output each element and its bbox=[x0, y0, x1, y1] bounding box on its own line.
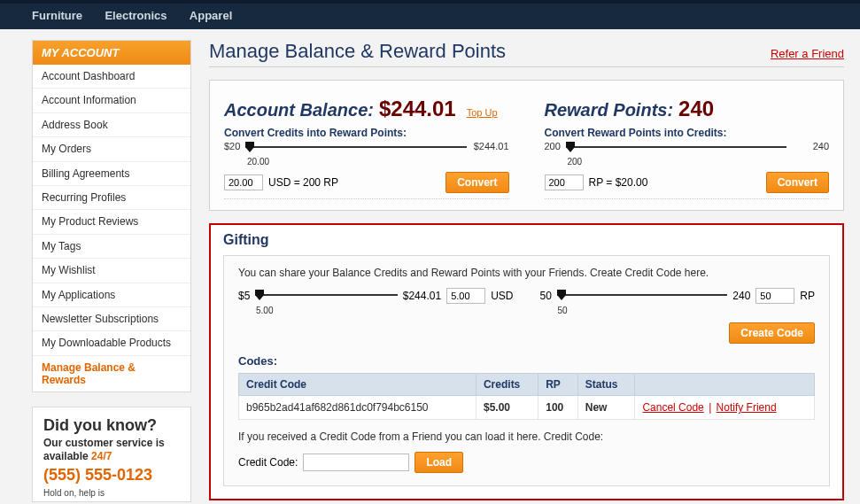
gifting-title: Gifting bbox=[223, 232, 830, 248]
table-row: b965b2ad41af682d861dc0f794bc6150 $5.00 1… bbox=[239, 396, 815, 420]
did-you-know-box: Did you know? Our customer service is av… bbox=[32, 407, 191, 502]
gift-usd-thumb[interactable] bbox=[255, 290, 264, 300]
balance-label: Account Balance: bbox=[224, 100, 374, 120]
codes-heading: Codes: bbox=[238, 354, 815, 368]
dyk-hold: Hold on, help is bbox=[43, 488, 180, 498]
convert-credits-label: Convert Credits into Reward Points: bbox=[224, 127, 509, 139]
cell-actions: Cancel Code | Notify Friend bbox=[635, 396, 815, 420]
load-label: Credit Code: bbox=[238, 456, 298, 469]
gift-rp-input[interactable] bbox=[755, 288, 794, 304]
codes-table: Credit Code Credits RP Status b965b2ad41… bbox=[238, 373, 815, 420]
reward-points-col: Reward Points: 240 Convert Reward Points… bbox=[545, 97, 830, 199]
dyk-phone: (555) 555-0123 bbox=[43, 466, 180, 485]
sidebar-item-recurring-profiles[interactable]: Recurring Profiles bbox=[33, 185, 190, 209]
cell-credits: $5.00 bbox=[476, 396, 538, 420]
page-title: Manage Balance & Reward Points bbox=[209, 40, 506, 63]
th-credits: Credits bbox=[476, 374, 538, 396]
gift-rp-thumb[interactable] bbox=[557, 290, 566, 300]
credits-slider-thumb[interactable] bbox=[245, 142, 254, 152]
nav-electronics[interactable]: Electronics bbox=[105, 9, 167, 22]
rp-hint: RP = $20.00 bbox=[589, 176, 648, 189]
sidebar-item-manage-balance-rewards[interactable]: Manage Balance & Rewards bbox=[33, 355, 190, 392]
credits-convert-button[interactable]: Convert bbox=[445, 172, 508, 193]
gift-usd-block: $5 $244.01 USD 5.00 bbox=[238, 288, 514, 315]
sidebar-item-my-product-reviews[interactable]: My Product Reviews bbox=[33, 209, 190, 233]
th-status: Status bbox=[577, 374, 635, 396]
rp-slider-thumb[interactable] bbox=[566, 142, 575, 152]
sidebar-item-billing-agreements[interactable]: Billing Agreements bbox=[33, 161, 190, 185]
sidebar-item-my-wishlist[interactable]: My Wishlist bbox=[33, 258, 190, 282]
rp-label: Reward Points: bbox=[545, 100, 674, 120]
sidebar-item-account-dashboard[interactable]: Account Dashboard bbox=[33, 65, 190, 88]
gifting-intro: You can share your Balance Credits and R… bbox=[238, 267, 815, 279]
th-rp: RP bbox=[538, 374, 578, 396]
gifting-panel: Gifting You can share your Balance Credi… bbox=[209, 223, 844, 500]
th-code: Credit Code bbox=[239, 374, 476, 396]
cell-code: b965b2ad41af682d861dc0f794bc6150 bbox=[239, 396, 476, 420]
gift-usd-slider[interactable] bbox=[255, 289, 397, 303]
credits-input[interactable] bbox=[224, 174, 263, 190]
sidebar-item-my-tags[interactable]: My Tags bbox=[33, 234, 190, 258]
dyk-sub: Our customer service is available 24/7 bbox=[43, 437, 180, 462]
rp-input[interactable] bbox=[545, 174, 584, 190]
account-balance-col: Account Balance: $244.01 Top Up Convert … bbox=[224, 97, 509, 199]
load-button[interactable]: Load bbox=[415, 452, 463, 473]
sidebar-item-account-information[interactable]: Account Information bbox=[33, 88, 190, 112]
notify-friend-link[interactable]: Notify Friend bbox=[717, 401, 777, 414]
th-actions bbox=[635, 374, 815, 396]
top-up-link[interactable]: Top Up bbox=[467, 107, 498, 118]
credits-hint: USD = 200 RP bbox=[268, 176, 338, 189]
balance-value: $244.01 bbox=[379, 97, 456, 121]
balance-panel: Account Balance: $244.01 Top Up Convert … bbox=[209, 80, 844, 211]
refer-friend-link[interactable]: Refer a Friend bbox=[771, 47, 844, 60]
credits-slider[interactable]: $20 $244.01 bbox=[224, 141, 509, 159]
rp-value: 240 bbox=[678, 97, 714, 121]
received-text: If you received a Credit Code from a Fri… bbox=[238, 430, 815, 443]
rp-slider[interactable]: 200 240 bbox=[545, 141, 830, 159]
sidebar-item-my-downloadable-products[interactable]: My Downloadable Products bbox=[33, 330, 190, 354]
sidebar-item-my-orders[interactable]: My Orders bbox=[33, 136, 190, 160]
gift-usd-input[interactable] bbox=[446, 288, 485, 304]
create-code-button[interactable]: Create Code bbox=[729, 322, 815, 344]
sidebar-item-address-book[interactable]: Address Book bbox=[33, 112, 190, 136]
gift-rp-slider[interactable] bbox=[557, 289, 727, 303]
nav-furniture[interactable]: Furniture bbox=[32, 9, 82, 22]
cell-status: New bbox=[577, 396, 635, 420]
sidebar-item-newsletter-subscriptions[interactable]: Newsletter Subscriptions bbox=[33, 306, 190, 330]
rp-convert-button[interactable]: Convert bbox=[766, 172, 829, 193]
cancel-code-link[interactable]: Cancel Code bbox=[642, 401, 703, 414]
top-nav: Furniture Electronics Apparel bbox=[0, 0, 860, 29]
sidebar-title: MY ACCOUNT bbox=[33, 41, 190, 65]
nav-apparel[interactable]: Apparel bbox=[190, 9, 232, 22]
cell-rp: 100 bbox=[538, 396, 578, 420]
sidebar-item-my-applications[interactable]: My Applications bbox=[33, 283, 190, 306]
gift-rp-block: 50 240 RP 50 bbox=[540, 288, 816, 315]
sidebar-my-account: MY ACCOUNT Account DashboardAccount Info… bbox=[32, 40, 191, 392]
convert-rp-label: Convert Reward Points into Credits: bbox=[545, 127, 830, 139]
dyk-heading: Did you know? bbox=[43, 416, 180, 435]
load-code-input[interactable] bbox=[303, 454, 409, 471]
